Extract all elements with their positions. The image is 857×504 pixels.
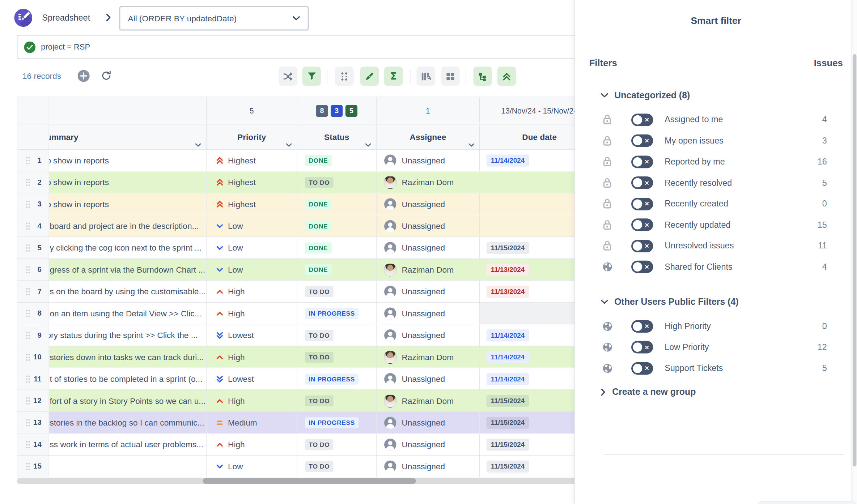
- due-date-cell[interactable]: 11/15/2024: [480, 456, 577, 477]
- row-number-cell[interactable]: 13: [17, 412, 49, 433]
- assignee-cell[interactable]: Unassigned: [377, 281, 480, 302]
- grid-view-button[interactable]: [441, 67, 459, 86]
- filter-item[interactable]: ✕Recently created0: [575, 193, 857, 214]
- summary-cell[interactable]: o show in reports: [49, 150, 207, 171]
- assignee-cell[interactable]: Unassigned: [377, 434, 480, 455]
- column-header-summary[interactable]: Summary: [49, 124, 207, 149]
- priority-cell[interactable]: High: [207, 281, 297, 302]
- create-new-group-button[interactable]: Create a new group: [601, 387, 696, 397]
- row-number-cell[interactable]: 5: [17, 237, 49, 259]
- column-settings-button[interactable]: [416, 67, 435, 86]
- priority-cell[interactable]: Lowest: [207, 368, 297, 389]
- filter-item[interactable]: ✕Assigned to me4: [575, 109, 857, 130]
- drag-handle-icon[interactable]: [25, 353, 30, 361]
- filter-item[interactable]: ✕High Priority0: [575, 316, 857, 337]
- status-cell[interactable]: IN PROGRESS: [297, 303, 377, 324]
- due-date-cell[interactable]: [480, 303, 577, 324]
- summary-cell[interactable]: stories down into tasks we can track dur…: [49, 346, 207, 368]
- assignee-cell[interactable]: Unassigned: [377, 412, 480, 433]
- priority-cell[interactable]: High: [207, 434, 297, 455]
- due-date-cell[interactable]: 11/14/2024: [480, 346, 577, 368]
- row-number-cell[interactable]: 3: [17, 193, 49, 215]
- summary-cell[interactable]: y clicking the cog icon next to the spri…: [49, 237, 207, 259]
- filter-toggle[interactable]: ✕: [631, 134, 653, 147]
- filter-toggle[interactable]: ✕: [631, 219, 653, 231]
- assignee-cell[interactable]: Unassigned: [377, 215, 480, 236]
- drag-handle-icon[interactable]: [25, 440, 30, 449]
- vertical-scrollbar-thumb[interactable]: [852, 54, 856, 467]
- assignee-cell[interactable]: Unassigned: [377, 193, 480, 215]
- filter-toggle[interactable]: ✕: [631, 114, 653, 126]
- priority-cell[interactable]: Lowest: [207, 324, 297, 346]
- row-number-cell[interactable]: 4: [17, 215, 49, 236]
- summary-cell[interactable]: o show in reports: [49, 171, 207, 193]
- status-cell[interactable]: TO DO: [297, 281, 377, 302]
- chevron-down-icon[interactable]: [195, 143, 201, 147]
- row-number-cell[interactable]: 12: [17, 390, 49, 411]
- filter-item[interactable]: ✕Reported by me16: [575, 151, 857, 172]
- row-number-cell[interactable]: 7: [17, 281, 49, 302]
- assignee-cell[interactable]: Unassigned: [377, 303, 480, 324]
- filter-item[interactable]: ✕Low Priority12: [575, 337, 857, 358]
- row-number-cell[interactable]: 11: [17, 368, 49, 389]
- row-number-cell[interactable]: 1: [17, 150, 49, 171]
- status-cell[interactable]: TO DO: [297, 324, 377, 346]
- summary-cell[interactable]: ss work in terms of actual user problems…: [49, 434, 207, 455]
- horizontal-scrollbar-thumb[interactable]: [203, 478, 416, 484]
- due-date-cell[interactable]: 11/14/2024: [480, 150, 577, 171]
- assignee-cell[interactable]: Unassigned: [377, 368, 480, 389]
- assignee-cell[interactable]: Raziman Dom: [377, 259, 480, 280]
- priority-cell[interactable]: High: [207, 390, 297, 411]
- drag-handle-icon[interactable]: [25, 418, 30, 427]
- chevron-down-icon[interactable]: [468, 143, 475, 147]
- drag-handle-icon[interactable]: [25, 375, 30, 383]
- status-cell[interactable]: IN PROGRESS: [297, 412, 377, 433]
- priority-cell[interactable]: Highest: [207, 193, 297, 215]
- drag-handle-icon[interactable]: [25, 287, 30, 296]
- summary-cell[interactable]: fort of a story in Story Points so we ca…: [49, 390, 207, 411]
- due-date-cell[interactable]: 11/14/2024: [480, 368, 577, 389]
- drag-handle-icon[interactable]: [25, 178, 30, 187]
- due-date-cell[interactable]: [480, 193, 577, 215]
- filter-item[interactable]: ✕Recently updated15: [575, 214, 857, 235]
- column-header-priority[interactable]: Priority: [207, 124, 297, 149]
- filter-item[interactable]: ✕Unresolved issues11: [575, 235, 857, 256]
- status-cell[interactable]: TO DO: [297, 346, 377, 368]
- summary-cell[interactable]: on an item using the Detail View >> Clic…: [49, 303, 207, 324]
- summary-cell[interactable]: s on the board by using the customisable…: [49, 281, 207, 302]
- filter-group-header[interactable]: Uncategorized (8): [575, 86, 857, 104]
- assignee-cell[interactable]: Raziman Dom: [377, 171, 480, 193]
- summary-cell[interactable]: gress of a sprint via the Burndown Chart…: [49, 259, 207, 280]
- refresh-button[interactable]: [101, 70, 112, 81]
- chevron-down-icon[interactable]: [365, 143, 371, 147]
- assignee-cell[interactable]: Unassigned: [377, 456, 480, 477]
- due-date-cell[interactable]: [480, 215, 577, 236]
- status-cell[interactable]: TO DO: [297, 456, 377, 477]
- status-cell[interactable]: TO DO: [297, 434, 377, 455]
- due-date-cell[interactable]: 11/15/2024: [480, 237, 577, 259]
- page-vertical-scrollbar[interactable]: [851, 0, 857, 504]
- priority-cell[interactable]: Low: [207, 456, 297, 477]
- filter-toggle[interactable]: ✕: [631, 261, 653, 273]
- filter-item[interactable]: ✕Support Tickets5: [575, 358, 857, 379]
- priority-cell[interactable]: High: [207, 346, 297, 368]
- filter-item[interactable]: ✕My open issues3: [575, 130, 857, 151]
- priority-cell[interactable]: Low: [207, 259, 297, 280]
- due-date-cell[interactable]: 11/13/2024: [480, 259, 577, 280]
- filter-item[interactable]: ✕Shared for Clients4: [575, 256, 857, 277]
- summary-cell[interactable]: o show in reports: [49, 193, 207, 215]
- assignee-cell[interactable]: Raziman Dom: [377, 346, 480, 368]
- filter-toggle[interactable]: ✕: [631, 176, 653, 189]
- status-cell[interactable]: DONE: [297, 215, 377, 236]
- drag-handle-icon[interactable]: [25, 243, 30, 252]
- priority-cell[interactable]: Low: [207, 215, 297, 236]
- filter-group-header[interactable]: Other Users Public Filters (4): [575, 293, 857, 310]
- summary-cell[interactable]: board and project are in the description…: [49, 215, 207, 236]
- status-cell[interactable]: DONE: [297, 237, 377, 259]
- assignee-cell[interactable]: Unassigned: [377, 237, 480, 259]
- assignee-cell[interactable]: Unassigned: [377, 324, 480, 346]
- filter-item[interactable]: ✕Recently resolved5: [575, 172, 857, 193]
- jql-input[interactable]: project = RSP: [17, 35, 578, 59]
- row-number-cell[interactable]: 6: [17, 259, 49, 280]
- row-number-cell[interactable]: 10: [17, 346, 49, 368]
